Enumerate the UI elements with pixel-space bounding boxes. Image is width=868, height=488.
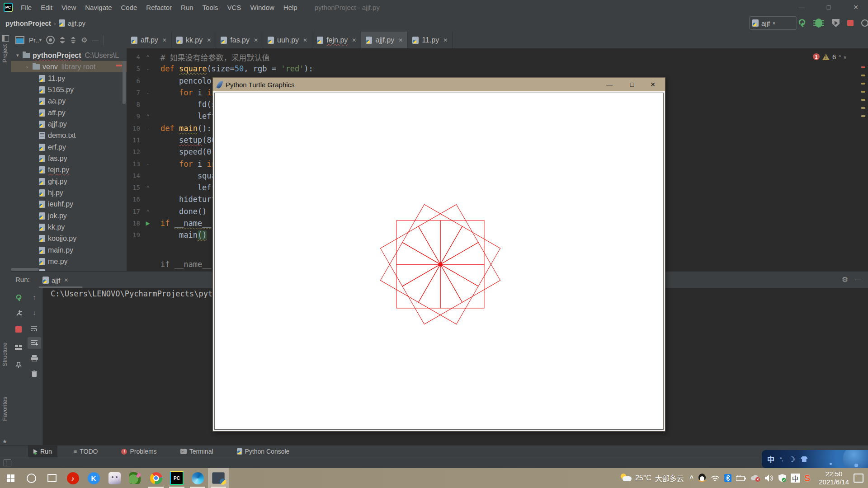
close-icon[interactable]: ✕	[443, 37, 448, 43]
tab-aff-py[interactable]: aff.py✕	[127, 32, 172, 48]
stop-button[interactable]	[844, 17, 856, 29]
line-number[interactable]: 7	[127, 89, 140, 96]
menu-window[interactable]: Window	[245, 4, 278, 11]
drawing-app-button[interactable]	[125, 468, 146, 488]
tab-ajjf-py[interactable]: ajjf.py✕	[361, 32, 408, 48]
warning-stripe-mark[interactable]	[861, 107, 865, 109]
inspections-widget[interactable]: 1 6 ^ v	[813, 53, 846, 61]
menu-vcs[interactable]: VCS	[223, 4, 246, 11]
search-everywhere-button[interactable]	[859, 17, 868, 29]
weather-icon[interactable]	[621, 474, 632, 483]
warning-stripe-mark[interactable]	[861, 75, 865, 76]
line-number[interactable]: 17	[127, 208, 140, 215]
menu-view[interactable]: View	[57, 4, 80, 11]
clear-console-button[interactable]	[26, 368, 42, 380]
stripe-favorites-button[interactable]: Favorites	[1, 397, 8, 421]
line-number[interactable]: 19	[127, 231, 140, 239]
tab-uuh-py[interactable]: uuh.py✕	[263, 32, 312, 48]
line-number[interactable]: 13	[127, 160, 140, 168]
tree-item-koojjo-py[interactable]: koojjo.py	[11, 233, 127, 244]
tree-item-hj-py[interactable]: hj.py	[11, 187, 127, 198]
menu-navigate[interactable]: Navigate	[80, 4, 116, 11]
weather-condition[interactable]: 大部多云	[655, 473, 684, 483]
cloud-error-icon[interactable]	[750, 474, 760, 482]
up-stack-trace-button[interactable]: ↑	[26, 291, 42, 303]
window-close-button[interactable]: ✕	[846, 0, 865, 14]
pycharm-button[interactable]: PC	[166, 468, 187, 488]
tree-item-ieuhf-py[interactable]: ieuhf.py	[11, 198, 127, 210]
fold-marker[interactable]: -	[144, 90, 152, 95]
close-icon[interactable]: ✕	[352, 37, 356, 43]
tree-item-11-py[interactable]: 11.py	[11, 73, 127, 84]
line-number[interactable]: 10	[127, 125, 140, 132]
stripe-structure-button[interactable]: Structure	[1, 343, 8, 366]
line-number[interactable]: 11	[127, 136, 140, 144]
locate-file-button[interactable]	[46, 36, 55, 44]
console-output[interactable]: C:\Users\LENOVO\PycharmProjects\pyth	[51, 289, 217, 298]
tree-item-demo-txt[interactable]: demo.txt	[11, 130, 127, 141]
kugou-button[interactable]: K	[83, 468, 104, 488]
task-view-button[interactable]	[42, 468, 62, 488]
toolwindow-terminal[interactable]: >_Terminal	[175, 446, 219, 457]
tree-item-5165-py[interactable]: 5165.py	[11, 84, 127, 95]
fold-marker[interactable]: -	[144, 126, 152, 131]
turtle-close-button[interactable]: ✕	[642, 78, 663, 91]
tree-item-jok-py[interactable]: jok.py	[11, 210, 127, 221]
line-number[interactable]: 9	[127, 113, 140, 120]
anime-app-button[interactable]	[104, 468, 125, 488]
window-maximize-button[interactable]: □	[819, 0, 838, 14]
tab-11-py[interactable]: 11.py✕	[408, 32, 453, 48]
close-icon[interactable]: ✕	[207, 37, 211, 43]
clock[interactable]: 22:50 2021/6/14	[819, 470, 849, 486]
fold-marker[interactable]: -	[144, 66, 152, 71]
chrome-button[interactable]	[146, 468, 166, 488]
next-error-icon[interactable]: v	[844, 54, 847, 60]
line-number[interactable]: 8	[127, 101, 140, 108]
close-icon[interactable]: ✕	[64, 277, 68, 283]
tree-scrollbar[interactable]	[123, 61, 126, 104]
wifi-icon[interactable]	[711, 475, 720, 482]
toolwindow-switcher-icon[interactable]	[4, 460, 11, 466]
tree-hscrollbar[interactable]	[11, 268, 39, 271]
menu-file[interactable]: File	[16, 4, 36, 11]
tree-item-me-py[interactable]: me.py	[11, 256, 127, 267]
close-icon[interactable]: ✕	[303, 37, 307, 43]
collapse-all-button[interactable]	[70, 37, 76, 43]
stop-process-button[interactable]	[11, 324, 26, 335]
line-number[interactable]: 4	[127, 53, 140, 61]
stripe-project-button[interactable]: Project	[1, 44, 8, 62]
netease-music-button[interactable]: ♪	[62, 468, 83, 488]
bluetooth-icon[interactable]	[724, 474, 731, 482]
tree-item-kk-py[interactable]: kk.py	[11, 221, 127, 233]
breadcrumb-project[interactable]: pythonProject	[5, 19, 51, 27]
debug-button[interactable]	[813, 17, 825, 29]
fold-marker[interactable]: ^	[144, 185, 152, 190]
window-minimize-button[interactable]: —	[792, 0, 811, 14]
close-icon[interactable]: ✕	[398, 37, 403, 43]
chevron-down-icon[interactable]: ▾	[16, 52, 23, 58]
tree-item-venv[interactable]: ›venvlibrary root	[11, 61, 127, 72]
tree-item-ghj-py[interactable]: ghj.py	[11, 176, 127, 187]
close-icon[interactable]: ✕	[254, 37, 258, 43]
project-view-dropdown[interactable]: Pr..▾	[29, 36, 42, 44]
ime-punctuation-mode[interactable]: °,	[780, 456, 783, 462]
start-button[interactable]	[0, 468, 21, 488]
turtle-window-titlebar[interactable]: Python Turtle Graphics — □ ✕	[213, 78, 665, 91]
prev-error-icon[interactable]: ^	[839, 54, 841, 60]
project-settings-button[interactable]: ⚙	[81, 36, 87, 44]
volume-icon[interactable]	[765, 474, 774, 482]
tree-item-fas-py[interactable]: fas.py	[11, 153, 127, 164]
edge-button[interactable]	[187, 468, 208, 488]
star-icon[interactable]: ★	[2, 438, 7, 445]
line-number[interactable]: 5	[127, 65, 140, 72]
menu-refactor[interactable]: Refactor	[142, 4, 176, 11]
tab-fas-py[interactable]: fas.py✕	[216, 32, 263, 48]
hidden-icons-chevron[interactable]: ^	[690, 474, 693, 482]
down-stack-trace-button[interactable]: ↓	[26, 306, 42, 318]
fold-marker[interactable]: ^	[144, 54, 152, 60]
ime-indicator[interactable]: 中	[791, 474, 800, 483]
run-configuration-select[interactable]: ajjf ▾	[749, 16, 797, 30]
print-button[interactable]	[26, 352, 42, 364]
line-number[interactable]: 12	[127, 148, 140, 155]
toolwindow-run[interactable]: Run	[28, 446, 57, 457]
